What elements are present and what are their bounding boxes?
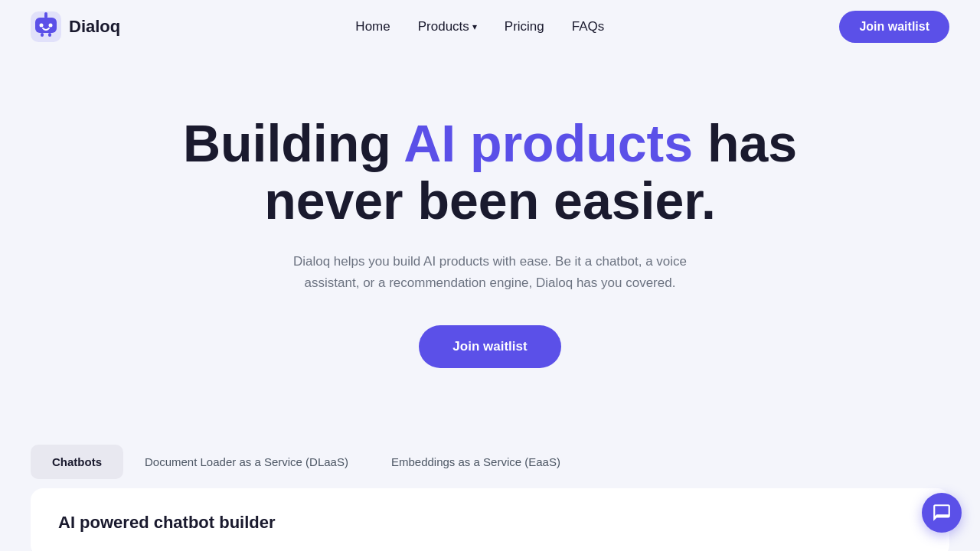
tabs-section: Chatbots Document Loader as a Service (D… [0,445,980,551]
hero-subtitle: Dialoq helps you build AI products with … [268,251,712,295]
tab-eaas[interactable]: Embeddings as a Service (EaaS) [370,445,582,479]
nav-home[interactable]: Home [355,19,390,34]
content-card-title: AI powered chatbot builder [58,513,922,533]
svg-rect-5 [48,33,51,37]
tab-dlaas[interactable]: Document Loader as a Service (DLaaS) [123,445,370,479]
nav-faqs[interactable]: FAQs [572,19,605,34]
tab-content-card: AI powered chatbot builder [31,488,949,551]
logo-link[interactable]: Dialoq [31,11,120,42]
tabs-row: Chatbots Document Loader as a Service (D… [31,445,949,479]
hero-highlight: AI products [403,114,693,172]
tab-chatbots[interactable]: Chatbots [31,445,123,479]
svg-point-2 [40,24,44,28]
chat-icon [932,503,952,523]
join-waitlist-hero-button[interactable]: Join waitlist [419,325,560,368]
nav-links: Home Products ▾ Pricing FAQs [355,19,604,34]
hero-section: Building AI products has never been easi… [0,54,980,414]
join-waitlist-nav-button[interactable]: Join waitlist [839,11,949,43]
chevron-down-icon: ▾ [472,21,477,32]
navbar: Dialoq Home Products ▾ Pricing FAQs Join… [0,0,980,54]
nav-pricing[interactable]: Pricing [505,19,544,34]
chat-widget-button[interactable] [922,493,962,533]
nav-products[interactable]: Products ▾ [418,19,477,34]
svg-point-3 [49,24,53,28]
svg-rect-4 [41,33,44,37]
svg-rect-1 [35,18,57,33]
logo-icon [31,11,61,42]
hero-title: Building AI products has never been easi… [145,115,835,230]
brand-name: Dialoq [69,17,120,37]
svg-point-7 [44,12,47,15]
